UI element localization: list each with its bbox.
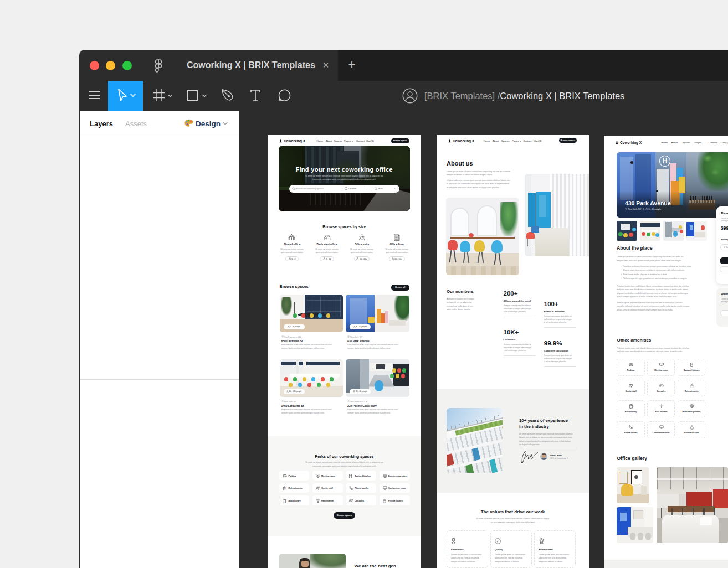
svg-text:H: H <box>663 157 668 165</box>
